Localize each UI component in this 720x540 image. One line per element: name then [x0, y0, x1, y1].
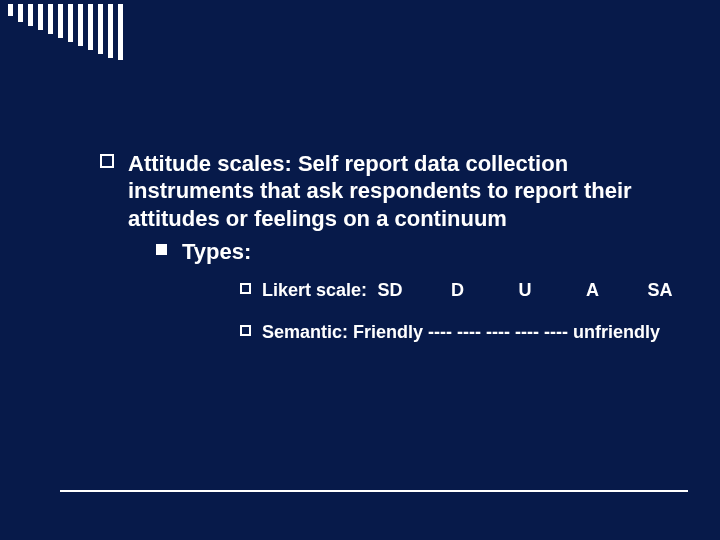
bullet-attitude-scales: Attitude scales: Self report data collec…	[100, 150, 675, 344]
likert-label: Likert scale:	[262, 279, 367, 301]
likert-options: SD D U A SA	[367, 279, 675, 301]
likert-opt-sd: SD	[375, 279, 405, 301]
bullet-text: Attitude scales: Self report data collec…	[128, 151, 632, 231]
bullet-semantic: Semantic: Friendly ---- ---- ---- ---- -…	[240, 321, 675, 343]
bullet-likert: Likert scale: SD D U A SA	[240, 279, 675, 301]
semantic-text: Semantic: Friendly ---- ---- ---- ---- -…	[262, 322, 660, 342]
likert-opt-a: A	[578, 279, 608, 301]
likert-opt-d: D	[443, 279, 473, 301]
likert-opt-u: U	[510, 279, 540, 301]
slide: Attitude scales: Self report data collec…	[0, 0, 720, 540]
likert-opt-sa: SA	[645, 279, 675, 301]
types-label: Types:	[182, 239, 251, 264]
decorative-bars-icon	[8, 4, 123, 60]
content-block: Attitude scales: Self report data collec…	[100, 150, 675, 344]
divider-line	[60, 490, 688, 492]
bullet-types: Types: Likert scale: SD D U A SA Semanti…	[156, 238, 675, 344]
